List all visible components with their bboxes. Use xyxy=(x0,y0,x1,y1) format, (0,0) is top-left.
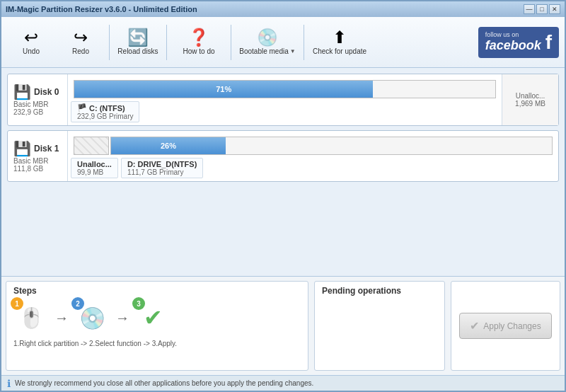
apply-label: Apply Changes xyxy=(483,321,541,331)
apply-section: ✔ Apply Changes xyxy=(451,281,560,371)
disk-0-unalloc-size: 1,969 MB xyxy=(515,100,545,108)
reload-disks-button[interactable]: 🔄 Reload disks xyxy=(114,21,162,64)
step-1-num: 1 xyxy=(11,297,23,310)
steps-title: Steps xyxy=(13,286,301,296)
step-1-icon: 1 🖱️ xyxy=(13,300,49,335)
disk-1-size: 111,8 GB xyxy=(13,165,62,173)
status-bar: ℹ We strongly recommend you close all ot… xyxy=(1,375,565,391)
howto-button[interactable]: ❓ How to do xyxy=(171,21,226,64)
bootable-label: Bootable media xyxy=(239,47,289,56)
disk-0-unalloc[interactable]: Unalloc... 1,969 MB xyxy=(502,74,558,125)
undo-icon: ↩ xyxy=(24,29,38,46)
facebook-f-icon: f xyxy=(545,31,552,54)
steps-icons: 1 🖱️ → 2 💿 → 3 ✔ xyxy=(13,300,301,335)
toolbar-separator-2 xyxy=(166,25,167,60)
howto-label: How to do xyxy=(183,47,214,56)
disk-1-partitions: 26% Unalloc... 99,9 MB D: DRIVE_D(NTFS) … xyxy=(68,131,558,181)
disk-1-d-label: D: DRIVE_D(NTFS) xyxy=(127,160,197,168)
disk-1-row: 💾 Disk 1 Basic MBR 111,8 GB 26% xyxy=(7,130,559,182)
disk-area: 💾 Disk 0 Basic MBR 232,9 GB 71% xyxy=(1,68,565,276)
disk-0-name: Disk 0 xyxy=(34,87,59,97)
pending-title: Pending operations xyxy=(322,286,437,296)
disk-1-bar-fill: 26% xyxy=(111,137,226,154)
disk-0-percent: 71% xyxy=(216,85,231,93)
minimize-button[interactable]: — xyxy=(524,4,535,14)
undo-label: Undo xyxy=(23,47,40,56)
disk-0-size: 232,9 GB xyxy=(13,108,62,116)
update-label: Check for update xyxy=(313,47,366,56)
maximize-button[interactable]: □ xyxy=(536,4,548,14)
toolbar: ↩ Undo ↪ Redo 🔄 Reload disks ❓ How to do… xyxy=(1,17,565,68)
disk-1-details[interactable]: Unalloc... 99,9 MB D: DRIVE_D(NTFS) 111,… xyxy=(68,155,558,181)
disk-0-c-label: 🏴 C: (NTFS) xyxy=(77,103,133,113)
pending-section: Pending operations xyxy=(314,281,445,371)
disk-0-bar: 71% xyxy=(74,80,496,98)
step-3-num: 3 xyxy=(132,297,145,310)
disk-1-unalloc-sub: 99,9 MB xyxy=(77,168,112,176)
disk-1-bar-outer: 26% xyxy=(68,131,558,155)
disk-0-unalloc-label: Unalloc... xyxy=(516,92,545,100)
title-bar: IM-Magic Partition Resizer v3.6.0 - Unli… xyxy=(1,1,565,17)
facebook-button[interactable]: follow us on facebook f xyxy=(478,27,559,58)
toolbar-separator-1 xyxy=(109,25,110,60)
bootable-icon: 💿 xyxy=(257,29,278,46)
steps-section: Steps 1 🖱️ → 2 💿 → 3 ✔ 1.Right click par… xyxy=(6,281,308,371)
disk-0-type: Basic MBR xyxy=(13,100,62,108)
disk-1-icon: 💾 xyxy=(13,140,31,157)
disk-0-bar-fill: 71% xyxy=(74,81,373,98)
disk-0-partition-c[interactable]: 🏴 C: (NTFS) 232,9 GB Primary xyxy=(71,101,139,122)
redo-icon: ↪ xyxy=(74,29,88,46)
redo-button[interactable]: ↪ Redo xyxy=(57,21,105,64)
bottom-panel: Steps 1 🖱️ → 2 💿 → 3 ✔ 1.Right click par… xyxy=(1,276,565,375)
disk-0-info: 💾 Disk 0 Basic MBR 232,9 GB xyxy=(8,74,68,125)
disk-0-c-sub: 232,9 GB Primary xyxy=(77,113,133,120)
disk-1-unalloc-bar xyxy=(74,137,109,155)
arrow-2-icon: → xyxy=(115,310,129,326)
disk-0-icon: 💾 xyxy=(13,83,31,100)
undo-button[interactable]: ↩ Undo xyxy=(7,21,55,64)
disk-0-row: 💾 Disk 0 Basic MBR 232,9 GB 71% xyxy=(7,74,559,126)
disk-1-info: 💾 Disk 1 Basic MBR 111,8 GB xyxy=(8,131,68,181)
disk-1-percent: 26% xyxy=(161,142,176,150)
reload-label: Reload disks xyxy=(117,47,158,56)
help-icon: ❓ xyxy=(188,29,209,46)
disk-1-name: Disk 1 xyxy=(34,144,59,154)
step-2-icon: 2 💿 xyxy=(74,300,110,335)
disk-1-bar: 26% xyxy=(110,137,553,155)
update-icon: ⬆ xyxy=(333,29,347,46)
step-2-num: 2 xyxy=(71,297,84,310)
apply-changes-button[interactable]: ✔ Apply Changes xyxy=(459,313,551,339)
steps-desc: 1.Right click partition -> 2.Select func… xyxy=(13,340,301,347)
disk-1-type: Basic MBR xyxy=(13,157,62,165)
toolbar-separator-4 xyxy=(304,25,304,60)
info-icon: ℹ xyxy=(7,378,11,389)
disk-0-bar-outer: 71% xyxy=(68,74,502,98)
disk-0-partitions: 71% 🏴 C: (NTFS) 232,9 GB Primary xyxy=(68,74,502,125)
check-update-button[interactable]: ⬆ Check for update xyxy=(308,21,371,64)
facebook-name-text: facebook xyxy=(485,38,541,52)
dropdown-arrow-icon: ▼ xyxy=(290,48,296,54)
disk-1-partition-d[interactable]: D: DRIVE_D(NTFS) 111,7 GB Primary xyxy=(121,158,203,178)
arrow-1-icon: → xyxy=(54,310,69,326)
follow-us-text: follow us on xyxy=(485,31,541,38)
mouse-icon: 🖱️ xyxy=(19,306,44,330)
bootable-button[interactable]: 💿 Bootable media ▼ xyxy=(236,21,299,64)
redo-label: Redo xyxy=(72,47,89,56)
window-title: IM-Magic Partition Resizer v3.6.0 - Unli… xyxy=(6,5,197,13)
step-3-icon: 3 ✔ xyxy=(135,300,171,335)
partition-icon: 💿 xyxy=(79,306,105,330)
checkmark-icon: ✔ xyxy=(144,304,163,331)
disk-0-c-flag: 🏴 xyxy=(77,103,87,113)
apply-check-icon: ✔ xyxy=(470,319,479,333)
disk-0-details[interactable]: 🏴 C: (NTFS) 232,9 GB Primary xyxy=(68,98,502,125)
facebook-text: follow us on facebook xyxy=(485,31,541,53)
reload-icon: 🔄 xyxy=(127,29,149,46)
close-button[interactable]: ✕ xyxy=(549,4,560,14)
toolbar-separator-3 xyxy=(231,25,231,60)
window-controls: — □ ✕ xyxy=(524,4,560,14)
status-message: We strongly recommend you close all othe… xyxy=(15,379,313,387)
disk-1-unalloc-label-text: Unalloc... xyxy=(77,160,112,168)
main-window: IM-Magic Partition Resizer v3.6.0 - Unli… xyxy=(0,0,566,392)
disk-1-d-sub: 111,7 GB Primary xyxy=(127,168,197,176)
disk-1-partition-unalloc[interactable]: Unalloc... 99,9 MB xyxy=(71,158,118,178)
